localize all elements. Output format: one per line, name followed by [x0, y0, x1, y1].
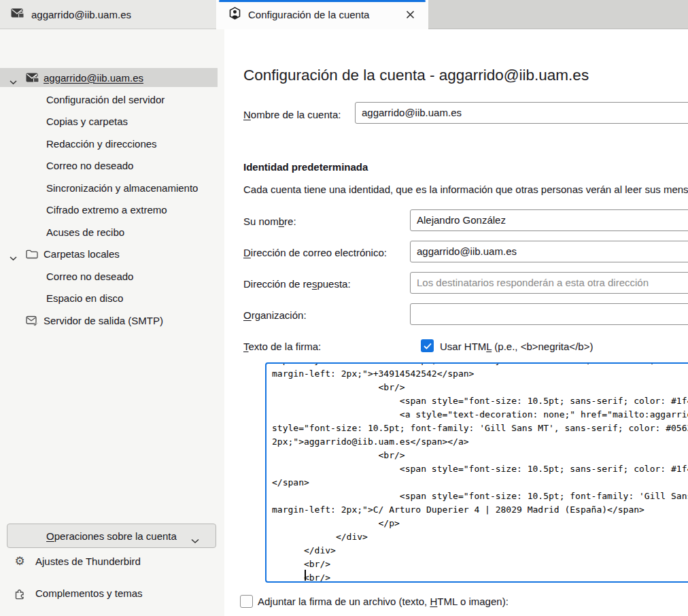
identity-section-description: Cada cuenta tiene una identidad, que es … [243, 184, 688, 195]
signature-textarea[interactable]: <span style="font-size: 10.5pt; font-fam… [265, 362, 688, 583]
email-input[interactable]: aggarrido@iib.uam.es [410, 241, 688, 262]
use-html-label: Usar HTML (p.e., <b>negrita</b>) [440, 341, 593, 352]
sidebar-item-return-receipts[interactable]: Acuses de recibo [0, 222, 218, 241]
account-settings-icon [228, 7, 241, 22]
signature-label: Texto de la firma: [243, 341, 321, 352]
account-settings-pane: Configuración de la cuenta - aggarrido@i… [224, 29, 688, 616]
chevron-down-icon[interactable] [10, 252, 17, 263]
reply-to-input[interactable]: Los destinatarios responderán a esta otr… [410, 272, 688, 294]
sidebar-item-label: Espacio en disco [46, 292, 123, 304]
addons-themes-item[interactable]: Complementos y temas [0, 583, 218, 602]
tab-bar-left: aggarrido@iib.uam.es [0, 0, 216, 29]
envelope-lock-icon [11, 8, 24, 20]
smtp-server-icon [26, 315, 39, 328]
puzzle-icon [12, 587, 27, 603]
check-icon [424, 340, 432, 352]
sidebar-item-label: Carpetas locales [44, 248, 120, 260]
sidebar-item-label: Copias y carpetas [46, 116, 128, 127]
email-label: Dirección de correo electrónico: [243, 247, 387, 258]
sidebar-item-copies-folders[interactable]: Copias y carpetas [0, 112, 218, 131]
chevron-down-icon[interactable] [10, 75, 17, 87]
tab-mail[interactable]: aggarrido@iib.uam.es [0, 0, 216, 29]
sidebar-item-label: Correo no deseado [46, 271, 133, 282]
use-html-checkbox[interactable] [421, 339, 434, 352]
account-actions-button[interactable]: Operaciones sobre la cuenta [7, 524, 216, 548]
sidebar-item-label: Acuses de recibo [46, 226, 124, 238]
folder-icon [26, 250, 38, 261]
sidebar-item-junk-local[interactable]: Correo no deseado [0, 267, 218, 286]
organization-input[interactable] [410, 303, 688, 325]
account-settings-sidebar: aggarrido@iib.uam.es Configuración del s… [0, 29, 224, 616]
attach-signature-label: Adjuntar la firma de un archivo (texto, … [258, 596, 509, 607]
sidebar-item-smtp[interactable]: Servidor de salida (SMTP) [0, 311, 218, 330]
sidebar-item-junk[interactable]: Correo no deseado [0, 156, 218, 175]
sidebar-item-label: aggarrido@iib.uam.es [44, 72, 143, 84]
close-icon[interactable] [404, 8, 416, 20]
gear-icon: ⚙ [12, 554, 27, 568]
signature-html-code: <span style="font-size: 10.5pt; font-fam… [266, 362, 688, 583]
identity-section-heading: Identidad predeterminada [243, 161, 368, 173]
sidebar-item-server-settings[interactable]: Configuración del servidor [0, 90, 218, 109]
organization-label: Organización: [243, 309, 307, 321]
sidebar-item-label: Configuración del servidor [46, 94, 165, 105]
sidebar-item-composition-addressing[interactable]: Redacción y direcciones [0, 134, 218, 153]
sidebar-item-e2e-encryption[interactable]: Cifrado extremo a extremo [0, 200, 218, 219]
sidebar-item-label: Sincronización y almacenamiento [46, 182, 198, 194]
sidebar-item-label: Cifrado extremo a extremo [46, 204, 167, 216]
sidebar-item-label: Redacción y direcciones [46, 138, 157, 150]
account-actions-label: Operaciones sobre la cuenta [46, 530, 177, 542]
account-name-label: Nombre de la cuenta: [243, 109, 341, 120]
account-name-input[interactable]: aggarrido@iib.uam.es [355, 102, 688, 124]
tab-account-settings[interactable]: Configuración de la cuenta [216, 0, 428, 29]
your-name-label: Su nombre: [243, 216, 296, 227]
sidebar-item-disk-space[interactable]: Espacio en disco [0, 288, 218, 307]
text-cursor [305, 570, 306, 581]
page-title: Configuración de la cuenta - aggarrido@i… [243, 67, 589, 84]
sidebar-item-local-folders[interactable]: Carpetas locales [0, 244, 218, 263]
your-name-input[interactable]: Alejandro González [410, 209, 688, 231]
settings-tab-label: Configuración de la cuenta [248, 9, 369, 20]
footer-item-label: Ajustes de Thunderbird [35, 555, 141, 567]
footer-item-label: Complementos y temas [35, 587, 143, 599]
mail-tab-label: aggarrido@iib.uam.es [31, 9, 131, 20]
attach-signature-checkbox[interactable] [240, 595, 253, 608]
tab-bar-right [428, 0, 688, 29]
sidebar-item-label: Correo no deseado [46, 160, 133, 171]
thunderbird-settings-item[interactable]: ⚙ Ajustes de Thunderbird [0, 551, 218, 570]
sidebar-item-sync-storage[interactable]: Sincronización y almacenamiento [0, 178, 218, 197]
chevron-down-icon [191, 534, 199, 546]
reply-to-label: Dirección de respuesta: [243, 278, 351, 290]
thunderbird-window: aggarrido@iib.uam.es Configuración de la… [0, 0, 688, 616]
sidebar-item-label: Servidor de salida (SMTP) [44, 315, 163, 326]
sidebar-item-account[interactable]: aggarrido@iib.uam.es [0, 68, 218, 87]
envelope-lock-icon [26, 73, 39, 85]
